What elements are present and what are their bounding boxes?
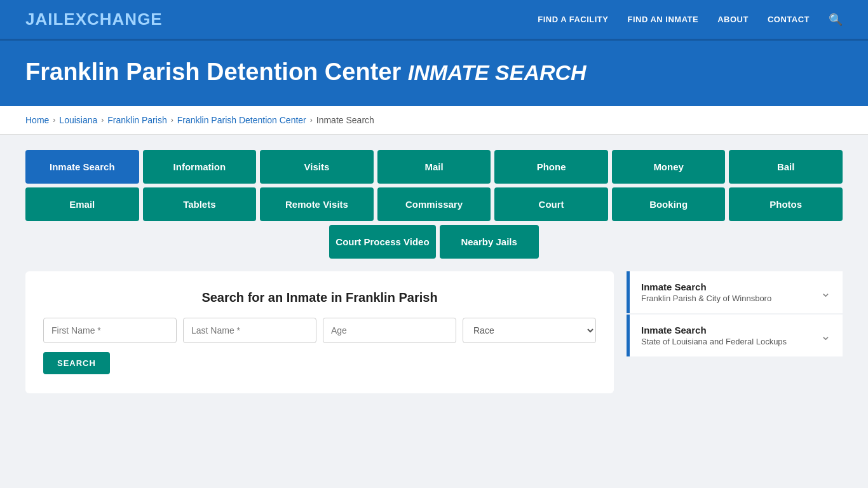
first-name-input[interactable] (43, 318, 177, 343)
main-nav: FIND A FACILITY FIND AN INMATE ABOUT CON… (538, 13, 843, 27)
last-name-input[interactable] (183, 318, 316, 343)
nav-find-inmate[interactable]: FIND AN INMATE (627, 15, 698, 24)
site-logo[interactable]: JAILEXCHANGE (25, 10, 163, 29)
nav-buttons-row3: Court Process Video Nearby Jails (25, 225, 843, 259)
nav-contact[interactable]: CONTACT (768, 15, 810, 24)
btn-tablets[interactable]: Tablets (143, 187, 257, 221)
sidebar-item-franklin-text: Inmate Search Franklin Parish & City of … (641, 281, 771, 303)
btn-nearby-jails[interactable]: Nearby Jails (440, 225, 539, 259)
logo-exchange: EXCHANGE (64, 10, 162, 29)
btn-information[interactable]: Information (143, 150, 257, 184)
btn-email[interactable]: Email (25, 187, 139, 221)
nav-buttons-row2: Email Tablets Remote Visits Commissary C… (25, 187, 843, 221)
nav-buttons-row1: Inmate Search Information Visits Mail Ph… (25, 150, 843, 184)
btn-court[interactable]: Court (494, 187, 608, 221)
page-title: Franklin Parish Detention Center INMATE … (25, 58, 843, 86)
btn-phone[interactable]: Phone (494, 150, 608, 184)
breadcrumb-sep-4: › (310, 116, 313, 125)
breadcrumb-home[interactable]: Home (25, 115, 49, 125)
content-area: Search for an Inmate in Franklin Parish … (25, 271, 843, 393)
hero-main-title: Franklin Parish Detention Center (25, 58, 401, 85)
chevron-down-icon-2: ⌄ (820, 328, 831, 343)
sidebar-item-franklin-sub: Franklin Parish & City of Winnsboro (641, 294, 771, 303)
btn-booking[interactable]: Booking (612, 187, 726, 221)
breadcrumb-sep-2: › (101, 116, 104, 125)
search-button[interactable]: SEARCH (43, 352, 110, 374)
site-header: JAILEXCHANGE FIND A FACILITY FIND AN INM… (0, 0, 868, 41)
main-content: Inmate Search Information Visits Mail Ph… (0, 135, 868, 409)
sidebar-item-louisiana-sub: State of Louisiana and Federal Lockups (641, 337, 787, 346)
nav-find-facility[interactable]: FIND A FACILITY (538, 15, 608, 24)
btn-remote-visits[interactable]: Remote Visits (260, 187, 374, 221)
search-form-title: Search for an Inmate in Franklin Parish (43, 290, 596, 305)
breadcrumb-fpdc[interactable]: Franklin Parish Detention Center (177, 115, 306, 125)
search-form-container: Search for an Inmate in Franklin Parish … (25, 271, 614, 393)
logo-jail: JAIL (25, 10, 64, 29)
breadcrumb-current: Inmate Search (316, 115, 374, 125)
breadcrumb-sep-3: › (171, 116, 173, 125)
hero-section: Franklin Parish Detention Center INMATE … (0, 41, 868, 106)
chevron-down-icon: ⌄ (820, 285, 831, 300)
race-select[interactable]: Race White Black Hispanic Asian Other (463, 318, 596, 343)
btn-mail[interactable]: Mail (377, 150, 491, 184)
breadcrumb-bar: Home › Louisiana › Franklin Parish › Fra… (0, 106, 868, 135)
sidebar-item-louisiana-text: Inmate Search State of Louisiana and Fed… (641, 325, 787, 346)
btn-photos[interactable]: Photos (729, 187, 843, 221)
btn-visits[interactable]: Visits (260, 150, 374, 184)
search-icon[interactable]: 🔍 (829, 13, 843, 27)
sidebar-item-franklin-title: Inmate Search (641, 281, 771, 292)
sidebar-item-louisiana-title: Inmate Search (641, 325, 787, 336)
btn-money[interactable]: Money (612, 150, 726, 184)
breadcrumb-sep-1: › (53, 116, 55, 125)
btn-commissary[interactable]: Commissary (377, 187, 491, 221)
hero-subtitle: INMATE SEARCH (408, 60, 587, 85)
nav-about[interactable]: ABOUT (717, 15, 749, 24)
breadcrumb-louisiana[interactable]: Louisiana (59, 115, 97, 125)
breadcrumb: Home › Louisiana › Franklin Parish › Fra… (25, 115, 843, 125)
sidebar: Inmate Search Franklin Parish & City of … (627, 271, 843, 358)
btn-court-process-video[interactable]: Court Process Video (329, 225, 435, 259)
age-input[interactable] (323, 318, 456, 343)
search-fields: Race White Black Hispanic Asian Other (43, 318, 596, 343)
sidebar-item-louisiana[interactable]: Inmate Search State of Louisiana and Fed… (627, 315, 843, 356)
btn-inmate-search[interactable]: Inmate Search (25, 150, 139, 184)
sidebar-item-franklin[interactable]: Inmate Search Franklin Parish & City of … (627, 271, 843, 313)
breadcrumb-franklin-parish[interactable]: Franklin Parish (107, 115, 166, 125)
btn-bail[interactable]: Bail (729, 150, 843, 184)
